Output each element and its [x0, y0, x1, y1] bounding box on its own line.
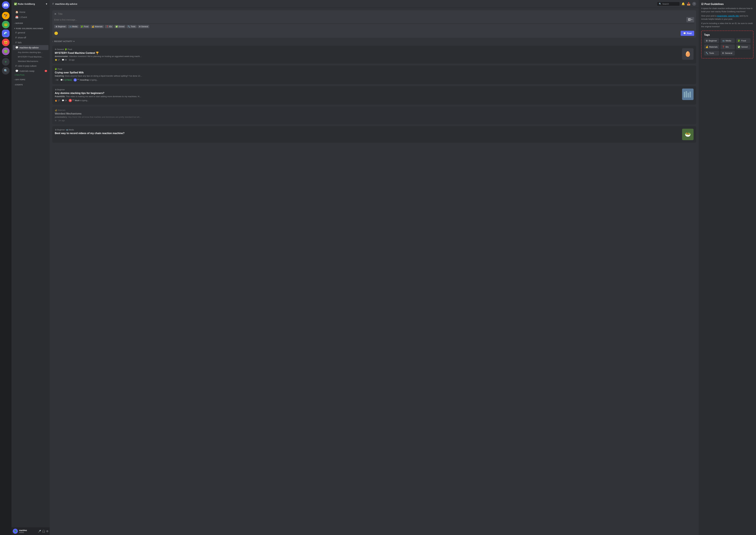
tag-button-media[interactable]: 📹 Media	[720, 38, 735, 43]
sidebar-item-machine-diy-advice[interactable]: 💬 machine-diy-advice	[13, 45, 48, 50]
thread-label: Weirdest Mechanisms	[18, 60, 38, 63]
post-author: DairyKing:	[55, 75, 65, 77]
server-icon-1[interactable]: 🦅	[2, 12, 10, 19]
sidebar-item-event[interactable]: 📅 1 Event	[13, 14, 48, 19]
category-rube-goldberg[interactable]: ∨ RUBE GOLDBERG MACHINES	[12, 25, 50, 30]
tag-chip-media[interactable]: 📹Media	[68, 25, 79, 28]
message-input[interactable]	[54, 18, 685, 21]
tag-chip-materials[interactable]: 💰Materials	[91, 25, 104, 28]
tag-chip-beginner[interactable]: 🖥Beginner	[54, 25, 67, 28]
sidebar-item-home[interactable]: 🏠 Home	[13, 10, 48, 14]
svg-rect-1	[686, 91, 687, 98]
tag-button-materials[interactable]: 💰 Materials	[704, 44, 719, 49]
sidebar-item-fails[interactable]: # fails	[13, 40, 48, 45]
post-record-videos[interactable]: 🖥 Beginner 📹 Media Best way to record vi…	[52, 126, 696, 143]
materials-icon: 💰	[706, 46, 708, 48]
tag-button-solved[interactable]: ✅ Solved	[736, 44, 751, 49]
guidelines-text-3: If you're including a video link for an …	[701, 22, 753, 28]
tag-chip-food[interactable]: 🥦Food	[80, 25, 90, 28]
notification-icon[interactable]: 🔔	[682, 2, 685, 6]
tag-button-beginner[interactable]: 🖥 Beginner	[704, 38, 719, 43]
tag-chip-general[interactable]: ⚙General	[138, 25, 150, 28]
search-box[interactable]: 🔍 Search	[657, 2, 680, 6]
post-spilled-milk[interactable]: 🥦 Food Crying over Spilled Milk DairyKin…	[52, 66, 696, 84]
sidebar-item-materials-swap[interactable]: 💬 materials-swap 2	[13, 69, 48, 73]
post-thumbnail: 🥗	[682, 129, 693, 140]
chevron-right-icon: ›	[14, 79, 14, 81]
chevron-down-icon: ∨	[14, 27, 15, 29]
typing-indicator: m ••• mous3trap is typing...	[73, 78, 98, 82]
close-icon[interactable]: ✕	[54, 12, 57, 16]
channel-name: rube-in-pop-culture	[18, 65, 37, 67]
post-tags: 🥦 Food	[55, 68, 693, 70]
add-image-button[interactable]: 🖼+	[686, 17, 694, 22]
sidebar-item-any-domino[interactable]: Any domino stacking tips…	[13, 50, 48, 54]
post-meta: ↑ 32 💬 8 (3 New) m ••• mous3trap is typi…	[55, 78, 693, 82]
tag-chip-solved[interactable]: ✅Solved	[114, 25, 126, 28]
tools-icon: 🔧	[128, 25, 130, 28]
post-tags: ⚙ General 🥦 Food	[55, 48, 680, 50]
mic-icon[interactable]: 🎤	[38, 530, 41, 533]
tag-button-food[interactable]: 🥦 Food	[736, 38, 751, 43]
post-tag-food: 🥦 Food	[55, 68, 62, 70]
server-icon-3[interactable]: 🌊	[2, 30, 10, 37]
emoji-icon[interactable]: 🙂	[54, 31, 58, 35]
tag-chip-tools[interactable]: 🔧Tools	[126, 25, 136, 28]
post-mystery-food[interactable]: ⚙ General 🥦 Food MYSTERY Food Machine Co…	[52, 46, 696, 64]
ids-icon: ❓	[106, 25, 108, 28]
tag-button-tools[interactable]: 🔧 Tools	[704, 51, 719, 56]
server-header[interactable]: ✅ Rube Goldberg ▾	[12, 0, 50, 8]
settings-icon[interactable]: ⚙	[46, 530, 48, 533]
typing-avatar-2: M	[69, 99, 72, 102]
discord-icon[interactable]	[2, 1, 10, 9]
category-server[interactable]: › SERVER	[12, 20, 50, 25]
server-icon-2[interactable]: 🐸	[2, 21, 10, 28]
discover-server-button[interactable]: 🔍	[2, 67, 10, 74]
sidebar-item-pop-culture[interactable]: # rube-in-pop-culture	[13, 64, 48, 68]
meaningful-title-link[interactable]: meaningful, specific title	[717, 14, 739, 17]
hash-icon: #	[15, 36, 17, 39]
server-icon-4[interactable]: 🐱	[2, 39, 10, 46]
sidebar-item-mystery-food[interactable]: MYSTERY Food Machine…	[13, 55, 48, 59]
tag-button-ids[interactable]: ❓ IDs	[720, 44, 735, 49]
category-label: SERVER	[15, 22, 23, 24]
category-off-topic[interactable]: › OFF-TOPIC	[12, 76, 50, 81]
post-content: 🖥 Beginner 📹 Media Best way to record vi…	[55, 129, 680, 135]
forum-icon: 💬	[15, 70, 18, 72]
title-input[interactable]	[58, 13, 694, 15]
sidebar-item-general[interactable]: # general	[13, 30, 48, 35]
recycle-icon: ♻	[55, 120, 57, 122]
add-server-button[interactable]: +	[2, 58, 10, 66]
post-author: potatobattery:	[55, 116, 68, 118]
food-icon: 🥦	[738, 40, 740, 42]
food-tag-icon: 🥦	[55, 68, 57, 70]
media-icon: 📹	[722, 40, 725, 42]
tag-button-general[interactable]: ⚙ General	[720, 51, 735, 56]
tags-panel: Tags 🖥 Beginner 📹 Media 🥦 Food 💰 Materia…	[701, 31, 753, 58]
post-weirdest-mechanisms[interactable]: 💰 Materials Weirdest Mechanisms potatoba…	[52, 106, 696, 124]
general-icon: ⚙	[722, 52, 724, 54]
post-time: 2m ago	[58, 120, 65, 122]
tag-row: 🖥Beginner 📹Media 🥦Food 💰Materials ❓IDs ✅…	[54, 24, 694, 29]
help-icon[interactable]: ?	[692, 2, 696, 6]
sidebar-item-weirdest[interactable]: Weirdest Mechanisms	[13, 59, 48, 63]
post-author: RubeN00b:	[55, 95, 66, 98]
materials-tag-icon: 💰	[55, 109, 57, 111]
post-content: 💰 Materials Weirdest Mechanisms potatoba…	[55, 109, 693, 122]
post-domino-tips[interactable]: 🖥 Beginner Any domino stacking tips for …	[52, 86, 696, 105]
guidelines-title: ☑ Post Guidelines	[701, 3, 753, 6]
category-events[interactable]: › EVENTS	[12, 81, 50, 86]
sidebar-item-show-off[interactable]: # show-off	[13, 35, 48, 40]
post-button[interactable]: 💬 Post	[681, 31, 694, 36]
thread-label: MYSTERY Food Machine…	[18, 56, 43, 58]
tags-panel-title: Tags	[704, 34, 751, 36]
inbox-icon[interactable]: 📥	[687, 2, 690, 6]
server-icon-5[interactable]: 🟢	[2, 47, 10, 55]
server-divider	[3, 10, 8, 11]
tag-chip-ids[interactable]: ❓IDs	[105, 25, 113, 28]
comment-count: 💬 89	[62, 59, 67, 61]
post-tag-beginner: 🖥 Beginner	[55, 89, 65, 91]
headphone-icon[interactable]: 🎧	[42, 530, 45, 533]
server-check-icon: ✅	[14, 3, 18, 5]
chevron-down-icon[interactable]: ▾	[73, 40, 74, 42]
